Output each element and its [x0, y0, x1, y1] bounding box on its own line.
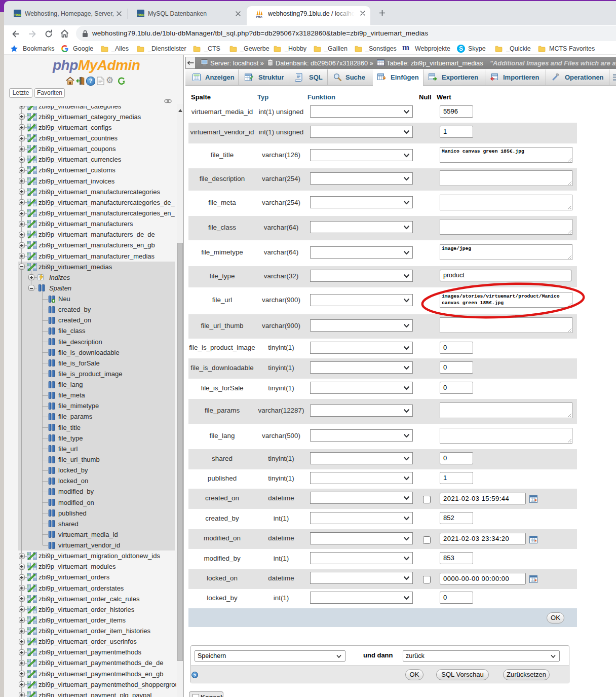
svg-text:PMA: PMA [256, 15, 262, 18]
